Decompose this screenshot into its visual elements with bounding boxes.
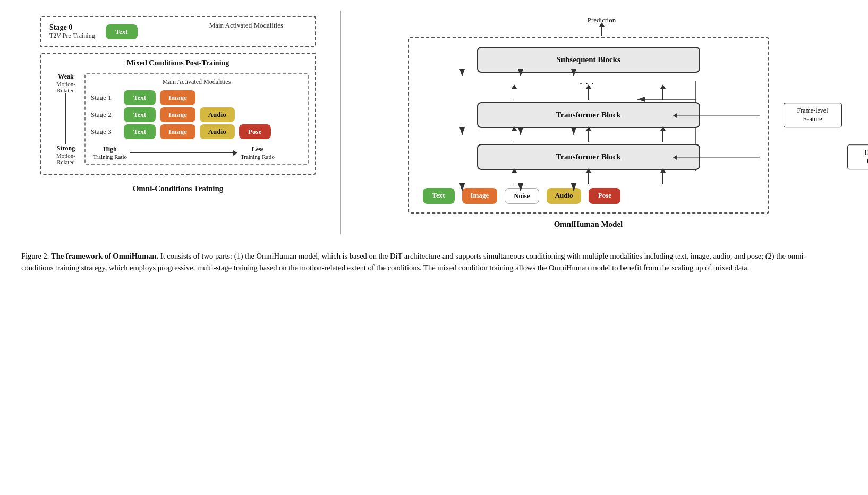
stage3-name: Stage 3 — [91, 127, 118, 136]
stage3-pose-badge: Pose — [239, 124, 271, 139]
bottom-noise-badge: Noise — [505, 188, 539, 204]
figure-bold: The framework of OmniHuman. — [51, 252, 158, 260]
figure-caption: Figure 2. The framework of OmniHuman. It… — [21, 245, 818, 279]
less-training-sub: Training Ratio — [241, 153, 275, 160]
mixed-conditions-title: Mixed Conditions Post-Training — [47, 59, 309, 67]
arrows-row-3 — [477, 172, 700, 184]
right-diagram: Prediction — [346, 11, 847, 234]
bottom-audio-badge: Audio — [547, 188, 582, 204]
stage2-badges: Text Image Audio — [124, 107, 235, 122]
stage1-image-badge: Image — [160, 90, 195, 105]
transformer-block-1-box: Transformer Block — [477, 102, 700, 128]
left-diagram-title: Omni-Conditions Training — [133, 184, 224, 193]
bottom-pose-badge: Pose — [589, 188, 620, 204]
main-activated-label: Main Activated Modalities — [209, 21, 283, 30]
up-arrow-8 — [588, 172, 589, 184]
right-diagram-title: OmniHuman Model — [408, 220, 769, 229]
stage1-row: Stage 1 Text Image — [91, 90, 302, 105]
frame-level-feature-box: Frame-levelFeature — [784, 103, 842, 128]
weak-motion-label: Motion-Related — [49, 81, 82, 93]
training-arrow — [130, 152, 237, 153]
strong-motion-label: Motion-Related — [49, 152, 82, 165]
frame-level-arrow — [677, 115, 760, 115]
bottom-image-badge: Image — [462, 188, 498, 204]
weak-label: Weak — [49, 73, 82, 81]
figure-num: Figure 2. — [21, 252, 49, 260]
stage0-badges-row: Text — [106, 24, 138, 39]
stage0-label: Stage 0 — [49, 23, 72, 32]
transformer2-right-arrow — [677, 157, 760, 157]
vertical-divider — [340, 11, 341, 234]
stage3-badges: Text Image Audio Pose — [124, 124, 271, 139]
stage1-text-badge: Text — [124, 90, 156, 105]
main-container: Main Activated Modalities Stage 0 T2V Pr… — [21, 11, 847, 279]
stage1-name: Stage 1 — [91, 93, 118, 102]
stage2-audio-badge: Audio — [200, 107, 235, 122]
heatmap-feature-box: HeatmapFeature — [847, 144, 869, 170]
weak-strong-col: Weak Motion-Related Strong Motion-Relate… — [47, 73, 84, 165]
up-arrow-4 — [514, 130, 514, 142]
arrows-row-1 — [477, 88, 700, 100]
stage2-row: Stage 2 Text Image Audio — [91, 107, 302, 122]
stage1-badges: Text Image — [124, 90, 195, 105]
stage0-left: Stage 0 T2V Pre-Training — [49, 23, 95, 40]
bottom-text-badge: Text — [423, 188, 455, 204]
strong-label: Strong — [49, 144, 82, 152]
up-arrow-1 — [514, 88, 514, 100]
main-activated-small: Main Activated Modalities — [91, 78, 302, 86]
stage3-image-badge: Image — [160, 124, 195, 139]
stage3-text-badge: Text — [124, 124, 156, 139]
up-arrow-9 — [662, 172, 663, 184]
stage0-inner: Stage 0 T2V Pre-Training Text — [49, 23, 138, 40]
stage3-audio-badge: Audio — [200, 124, 235, 139]
up-arrow-3 — [662, 88, 663, 100]
subsequent-blocks-container: Subsequent Blocks — [418, 47, 760, 73]
up-arrow-2 — [588, 88, 589, 100]
up-arrow-6 — [662, 130, 663, 142]
dashed-outer-box: Subsequent Blocks ... — [408, 37, 769, 214]
high-training-label: High — [93, 146, 127, 153]
stage2-name: Stage 2 — [91, 110, 118, 119]
transformer-block-1-container: Transformer Block Frame-levelFeature — [418, 102, 760, 128]
stage0-box: Main Activated Modalities Stage 0 T2V Pr… — [40, 16, 316, 47]
left-diagram: Main Activated Modalities Stage 0 T2V Pr… — [21, 11, 335, 199]
diagrams-row: Main Activated Modalities Stage 0 T2V Pr… — [21, 11, 847, 234]
stage0-sublabel: T2V Pre-Training — [49, 32, 95, 40]
transformer-block-2-box: Transformer Block — [477, 144, 700, 170]
stage0-text-badge: Text — [106, 24, 138, 39]
stage3-row: Stage 3 Text Image Audio Pose — [91, 124, 302, 139]
stage2-image-badge: Image — [160, 107, 195, 122]
diagram-wrapper: Prediction — [408, 16, 790, 229]
prediction-down-arrow — [601, 27, 602, 36]
up-arrow-5 — [588, 130, 589, 142]
training-ratio-row: High Training Ratio Less Training Ratio — [91, 146, 302, 160]
up-arrow-7 — [514, 172, 514, 184]
less-training-label: Less — [241, 146, 275, 153]
high-training-sub: Training Ratio — [93, 153, 127, 160]
modalities-inner-box: Main Activated Modalities Stage 1 Text I… — [84, 73, 309, 165]
arrows-row-2 — [477, 130, 700, 142]
stage2-text-badge: Text — [124, 107, 156, 122]
mixed-conditions-box: Mixed Conditions Post-Training Weak Moti… — [40, 53, 316, 175]
subsequent-blocks-box: Subsequent Blocks — [477, 47, 700, 73]
transformer-block-2-container: Transformer Block HeatmapFeature — [418, 144, 760, 170]
bottom-badges-row: Text Image Noise Audio Pose — [418, 188, 760, 204]
mixed-inner: Weak Motion-Related Strong Motion-Relate… — [47, 73, 309, 165]
